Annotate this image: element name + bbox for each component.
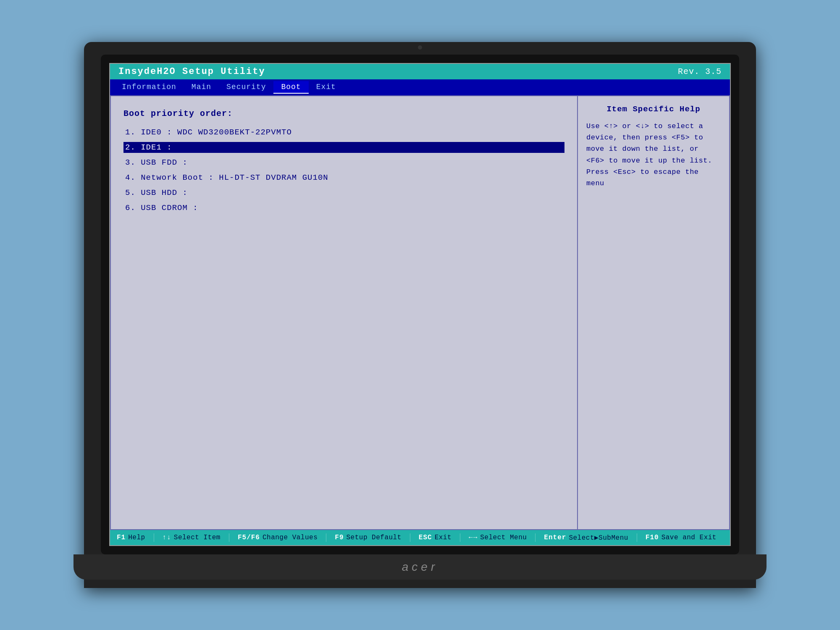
key-f9: F9: [335, 534, 344, 541]
status-enter: Enter Select▶SubMenu: [544, 533, 628, 542]
status-sep-4: [410, 533, 410, 542]
key-f1: F1: [117, 534, 126, 541]
title-bar: InsydeH2O Setup Utility Rev. 3.5: [110, 64, 730, 79]
boot-list-panel: Boot priority order: 1. IDE0 : WDC WD320…: [111, 96, 578, 529]
status-lr-arrows: ←→ Select Menu: [469, 534, 527, 541]
status-sep-5: [460, 533, 460, 542]
boot-item-6-label: USB CDROM :: [141, 203, 198, 213]
laptop-body: InsydeH2O Setup Utility Rev. 3.5 Informa…: [84, 42, 756, 588]
key-f5f6: F5/F6: [238, 534, 260, 541]
desc-select-submenu: Select▶SubMenu: [569, 533, 628, 542]
nav-item-main[interactable]: Main: [184, 81, 219, 94]
camera-dot: [418, 45, 422, 50]
status-arrows: ↑↓ Select Item: [163, 534, 220, 541]
desc-exit: Exit: [435, 534, 452, 541]
help-title: Item Specific Help: [586, 105, 721, 114]
acer-logo: acer: [402, 560, 438, 574]
nav-bar: Information Main Security Boot Exit: [110, 79, 730, 95]
help-panel: Item Specific Help Use <↑> or <↓> to sel…: [578, 96, 729, 529]
bios-screen: InsydeH2O Setup Utility Rev. 3.5 Informa…: [109, 63, 731, 546]
boot-item-5-number: 5.: [125, 188, 141, 197]
status-sep-3: [326, 533, 326, 542]
status-f1: F1 Help: [117, 534, 145, 541]
key-lr: ←→: [469, 534, 478, 541]
boot-item-4-label: Network Boot : HL-DT-ST DVDRAM GU10N: [141, 173, 328, 182]
main-content: Boot priority order: 1. IDE0 : WDC WD320…: [110, 95, 730, 530]
laptop-bottom-bar: acer: [74, 554, 766, 580]
help-text: Use <↑> or <↓> to select a device, then …: [586, 121, 721, 189]
desc-setup-default: Setup Default: [346, 534, 401, 541]
boot-item-2[interactable]: 2. IDE1 :: [123, 142, 564, 153]
nav-item-exit[interactable]: Exit: [309, 81, 344, 94]
laptop-screen-bezel: InsydeH2O Setup Utility Rev. 3.5 Informa…: [101, 55, 739, 554]
laptop-outer: InsydeH2O Setup Utility Rev. 3.5 Informa…: [84, 42, 756, 588]
status-sep-1: [154, 533, 154, 542]
boot-item-3-number: 3.: [125, 158, 141, 167]
status-f5f6: F5/F6 Change Values: [238, 534, 318, 541]
status-sep-6: [535, 533, 536, 542]
boot-item-3[interactable]: 3. USB FDD :: [123, 157, 564, 168]
boot-item-2-label: IDE1 :: [141, 143, 172, 152]
boot-item-1[interactable]: 1. IDE0 : WDC WD3200BEKT-22PVMTO: [123, 127, 564, 138]
boot-item-1-number: 1.: [125, 128, 141, 137]
nav-item-security[interactable]: Security: [219, 81, 273, 94]
status-esc: ESC Exit: [419, 534, 452, 541]
boot-item-1-label: IDE0 : WDC WD3200BEKT-22PVMTO: [141, 128, 292, 137]
boot-item-5[interactable]: 5. USB HDD :: [123, 187, 564, 198]
key-esc: ESC: [419, 534, 432, 541]
desc-change-values: Change Values: [262, 534, 318, 541]
boot-item-6-number: 6.: [125, 203, 141, 213]
status-f9: F9 Setup Default: [335, 534, 402, 541]
desc-help: Help: [128, 534, 145, 541]
desc-save-exit: Save and Exit: [662, 534, 717, 541]
key-f10: F10: [646, 534, 659, 541]
boot-item-4-number: 4.: [125, 173, 141, 182]
status-sep-2: [229, 533, 229, 542]
boot-item-5-label: USB HDD :: [141, 188, 188, 197]
boot-item-4[interactable]: 4. Network Boot : HL-DT-ST DVDRAM GU10N: [123, 172, 564, 183]
nav-item-boot[interactable]: Boot: [273, 81, 308, 94]
key-enter: Enter: [544, 534, 566, 541]
status-sep-7: [637, 533, 637, 542]
key-arrows: ↑↓: [163, 534, 171, 541]
status-f10: F10 Save and Exit: [646, 534, 717, 541]
bios-title: InsydeH2O Setup Utility: [118, 66, 265, 77]
status-bar: F1 Help ↑↓ Select Item F5/F6 Change Valu…: [110, 530, 730, 545]
bios-rev: Rev. 3.5: [678, 67, 722, 76]
desc-select-item: Select Item: [174, 534, 220, 541]
nav-item-information[interactable]: Information: [114, 81, 184, 94]
boot-list-title: Boot priority order:: [123, 109, 564, 118]
boot-item-2-number: 2.: [125, 143, 141, 152]
desc-select-menu: Select Menu: [480, 534, 527, 541]
boot-item-3-label: USB FDD :: [141, 158, 188, 167]
boot-item-6[interactable]: 6. USB CDROM :: [123, 202, 564, 213]
